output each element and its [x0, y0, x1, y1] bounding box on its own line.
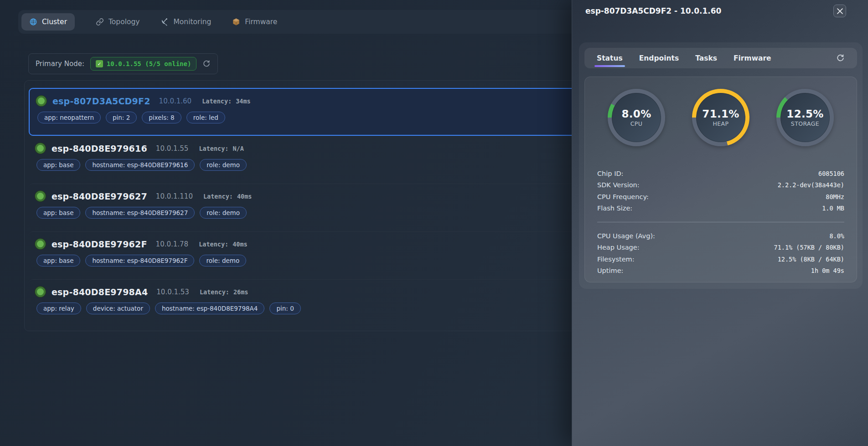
panel-card: Status Endpoints Tasks Firmware 8.	[579, 42, 863, 289]
storage-gauge-label: STORAGE	[791, 120, 819, 127]
storage-gauge: 12.5% STORAGE	[776, 89, 834, 146]
detail-row: Filesystem: 12.5% (8KB / 64KB)	[597, 253, 844, 265]
node-ip: 10.0.1.53	[156, 288, 189, 296]
tab-firmware[interactable]: Firmware	[734, 48, 771, 68]
details-divider	[597, 222, 844, 222]
node-ip: 10.0.1.55	[156, 144, 189, 153]
system-details: Chip ID: 6085106 SDK Version: 2.2.2-dev(…	[597, 168, 844, 277]
tag: role: led	[186, 112, 225, 123]
satellite-icon	[160, 18, 169, 26]
node-name: esp-840D8E979627	[52, 191, 147, 201]
tag: app: base	[36, 207, 80, 219]
close-button[interactable]	[833, 5, 846, 17]
cpu-gauge: 8.0% CPU	[608, 89, 665, 146]
tag: app: base	[36, 255, 80, 267]
panel-title: esp-807D3A5CD9F2 - 10.0.1.60	[585, 6, 721, 15]
node-name: esp-840D8E97962F	[52, 239, 147, 249]
storage-gauge-value: 12.5%	[786, 108, 823, 120]
tag: hostname: esp-840D8E979616	[85, 159, 195, 171]
tag: pin: 2	[106, 112, 137, 123]
node-name: esp-840D8E979616	[52, 144, 147, 154]
detail-row: Chip ID: 6085106	[597, 168, 844, 179]
online-dot-icon	[35, 143, 46, 154]
node-ip: 10.0.1.78	[156, 240, 189, 248]
heap-gauge-label: HEAP	[713, 120, 729, 127]
primary-refresh-button[interactable]	[202, 60, 211, 68]
nav-tab-label: Cluster	[42, 18, 67, 26]
tag: role: demo	[200, 159, 247, 171]
node-latency: Latency:40ms	[203, 193, 252, 200]
tag: role: demo	[200, 207, 247, 219]
tag: pixels: 8	[142, 112, 181, 123]
node-latency: Latency:40ms	[199, 241, 248, 248]
node-latency: Latency:N/A	[199, 145, 243, 152]
link-icon	[96, 18, 104, 26]
tag: role: demo	[199, 255, 246, 267]
node-ip: 10.0.1.60	[159, 97, 192, 105]
nav-tab-topology[interactable]: Topology	[96, 18, 140, 26]
primary-node-bar: Primary Node: ✓ 10.0.1.55 (5/5 online)	[28, 53, 218, 74]
status-content: 8.0% CPU 71.1% HEAP 12.5% STORAGE	[584, 77, 857, 282]
cpu-gauge-value: 8.0%	[622, 108, 651, 120]
node-latency: Latency:34ms	[202, 97, 251, 105]
online-dot-icon	[35, 191, 46, 201]
online-dot-icon	[36, 96, 46, 106]
cpu-gauge-label: CPU	[630, 120, 643, 127]
check-icon: ✓	[96, 60, 103, 67]
node-name: esp-840D8E9798A4	[52, 287, 148, 297]
tag: pin: 0	[269, 302, 300, 314]
node-name: esp-807D3A5CD9F2	[52, 96, 150, 106]
package-icon	[232, 18, 240, 26]
node-detail-panel: esp-807D3A5CD9F2 - 10.0.1.60 Status Endp…	[572, 0, 868, 446]
heap-gauge: 71.1% HEAP	[692, 89, 749, 146]
nav-tab-label: Monitoring	[173, 18, 211, 26]
primary-node-badge: ✓ 10.0.1.55 (5/5 online)	[90, 57, 196, 71]
primary-node-value: 10.0.1.55 (5/5 online)	[107, 60, 191, 67]
tab-tasks[interactable]: Tasks	[695, 48, 717, 68]
nav-tab-label: Firmware	[245, 18, 277, 26]
tag: hostname: esp-840D8E97962F	[85, 255, 194, 267]
nav-tab-cluster[interactable]: Cluster	[21, 13, 75, 31]
tag: app: neopattern	[37, 112, 101, 123]
online-dot-icon	[35, 239, 46, 249]
nav-tab-firmware[interactable]: Firmware	[232, 18, 277, 26]
tag: hostname: esp-840D8E979627	[85, 207, 195, 219]
tag: hostname: esp-840D8E9798A4	[155, 302, 265, 314]
detail-row: Heap Usage: 71.1% (57KB / 80KB)	[597, 242, 844, 254]
gauges: 8.0% CPU 71.1% HEAP 12.5% STORAGE	[597, 89, 844, 146]
nav-tab-label: Topology	[108, 18, 140, 26]
close-icon	[837, 8, 843, 14]
heap-gauge-value: 71.1%	[702, 108, 739, 120]
nav-tab-monitoring[interactable]: Monitoring	[160, 18, 211, 26]
detail-row: Flash Size: 1.0 MB	[597, 203, 844, 215]
panel-tabbar: Status Endpoints Tasks Firmware	[584, 48, 857, 68]
tab-endpoints[interactable]: Endpoints	[639, 48, 679, 68]
node-latency: Latency:26ms	[200, 288, 248, 296]
globe-icon	[29, 18, 37, 26]
detail-row: CPU Frequency: 80MHz	[597, 191, 844, 203]
panel-refresh-button[interactable]	[836, 54, 845, 62]
online-dot-icon	[35, 287, 46, 297]
primary-node-label: Primary Node:	[36, 60, 84, 68]
detail-row: CPU Usage (Avg): 8.0%	[597, 230, 844, 242]
tag: app: relay	[36, 302, 81, 314]
tag: app: base	[36, 159, 80, 171]
detail-row: SDK Version: 2.2.2-dev(38a443e)	[597, 179, 844, 191]
tab-status[interactable]: Status	[597, 48, 623, 68]
tag: device: actuator	[86, 302, 150, 314]
detail-row: Uptime: 1h 0m 49s	[597, 265, 844, 277]
node-ip: 10.0.1.110	[156, 192, 193, 200]
